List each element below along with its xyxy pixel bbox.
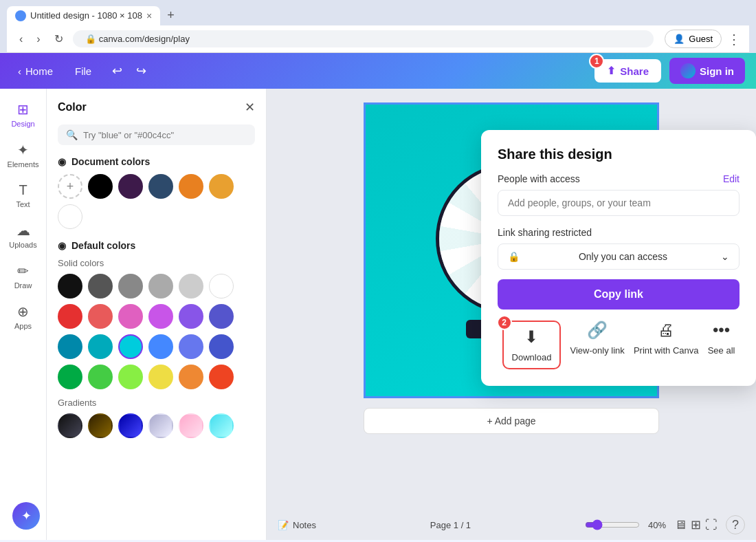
see-all-action[interactable]: ••• See all xyxy=(708,321,735,369)
sidebar-item-text[interactable]: T Text xyxy=(4,177,43,214)
color-swatch[interactable] xyxy=(118,174,143,199)
grid-view-button[interactable]: ⊞ xyxy=(691,517,701,532)
add-page-button[interactable]: + Add page xyxy=(364,408,659,434)
color-panel-title: Color xyxy=(58,101,87,113)
reload-button[interactable]: ↻ xyxy=(50,30,67,48)
sidebar-label-draw: Draw xyxy=(14,281,32,290)
home-button[interactable]: ‹ Home xyxy=(11,61,60,81)
color-swatch[interactable] xyxy=(88,365,113,389)
color-swatch[interactable] xyxy=(118,274,143,299)
share-button[interactable]: ⬆ Share xyxy=(594,59,661,83)
color-swatch[interactable] xyxy=(148,365,173,389)
color-swatch[interactable] xyxy=(209,304,234,329)
color-swatch[interactable] xyxy=(88,304,113,329)
color-swatch[interactable] xyxy=(88,174,113,199)
color-swatch[interactable] xyxy=(58,365,82,389)
browser-nav: ‹ › ↻ 🔒 canva.com/design/play 👤 Guest ⋮ xyxy=(7,25,749,53)
guest-button[interactable]: 👤 Guest xyxy=(665,30,722,48)
sidebar-item-draw[interactable]: ✏ Draw xyxy=(4,257,43,295)
gradient-swatch[interactable] xyxy=(88,413,113,438)
color-swatch-selected[interactable] xyxy=(118,334,143,359)
sidebar-label-design: Design xyxy=(11,120,34,128)
gradient-swatch[interactable] xyxy=(209,413,234,438)
color-search-box[interactable]: 🔍 xyxy=(58,124,255,145)
view-only-link-action[interactable]: 🔗 View-only link xyxy=(570,321,625,369)
tab-close-btn[interactable]: × xyxy=(146,10,152,21)
color-swatch[interactable] xyxy=(88,334,113,359)
desktop-view-button[interactable]: 🖥 xyxy=(674,517,687,532)
link-access-dropdown[interactable]: 🔒 Only you can access ⌄ xyxy=(498,243,740,270)
sidebar-item-apps[interactable]: ⊕ Apps xyxy=(4,298,43,336)
gradient-swatch[interactable] xyxy=(58,413,82,438)
color-swatch[interactable] xyxy=(88,274,113,299)
new-tab-button[interactable]: + xyxy=(164,6,177,25)
notes-icon: 📝 xyxy=(278,520,289,530)
gradients-label: Gradients xyxy=(58,398,255,408)
people-input[interactable] xyxy=(498,190,740,216)
color-swatch[interactable] xyxy=(179,274,203,299)
fullscreen-button[interactable]: ⛶ xyxy=(705,517,718,532)
color-swatch[interactable] xyxy=(118,304,143,329)
color-swatch[interactable] xyxy=(179,365,203,389)
color-swatch[interactable] xyxy=(148,274,173,299)
color-swatch[interactable] xyxy=(118,365,143,389)
color-swatch[interactable] xyxy=(58,304,82,329)
edit-access-link[interactable]: Edit xyxy=(723,173,740,184)
people-access-row: People with access Edit xyxy=(498,173,740,184)
signin-button[interactable]: Sign in xyxy=(669,58,745,84)
color-swatch[interactable] xyxy=(58,334,82,359)
gradients-row xyxy=(58,413,255,438)
color-swatch[interactable] xyxy=(209,274,234,299)
home-chevron-icon: ‹ xyxy=(18,65,21,77)
address-bar[interactable]: 🔒 canva.com/design/play xyxy=(73,30,654,47)
red-colors-row xyxy=(58,304,255,329)
link-icon: 🔗 xyxy=(587,321,608,340)
spark-button[interactable]: ✦ xyxy=(12,502,40,530)
print-icon: 🖨 xyxy=(658,321,674,340)
undo-button[interactable]: ↩ xyxy=(107,61,128,81)
color-search-input[interactable] xyxy=(83,130,247,140)
color-swatch[interactable] xyxy=(148,304,173,329)
view-buttons: 🖥 ⊞ ⛶ xyxy=(674,517,718,532)
signin-label: Sign in xyxy=(700,65,734,77)
forward-button[interactable]: › xyxy=(32,30,44,48)
signin-icon xyxy=(680,63,696,78)
zoom-slider[interactable] xyxy=(585,519,640,530)
color-swatch[interactable] xyxy=(58,204,82,229)
file-button[interactable]: File xyxy=(68,61,98,81)
more-icon: ••• xyxy=(713,321,730,340)
color-swatch[interactable] xyxy=(209,174,234,199)
sidebar-item-elements[interactable]: ✦ Elements xyxy=(4,136,43,174)
page-info: Page 1 / 1 xyxy=(430,520,471,530)
sidebar-item-uploads[interactable]: ☁ Uploads xyxy=(4,217,43,254)
gradient-swatch[interactable] xyxy=(179,413,203,438)
download-action[interactable]: 2 ⬇ Download xyxy=(502,321,562,369)
gradient-swatch[interactable] xyxy=(118,413,143,438)
copy-link-button[interactable]: Copy link xyxy=(498,279,740,310)
color-swatch[interactable] xyxy=(209,365,234,389)
help-button[interactable]: ? xyxy=(726,515,745,534)
share-panel: Share this design People with access Edi… xyxy=(481,130,756,386)
color-swatch[interactable] xyxy=(179,174,203,199)
search-icon: 🔍 xyxy=(66,129,78,140)
color-swatch[interactable] xyxy=(179,304,203,329)
color-swatch[interactable] xyxy=(148,334,173,359)
zoom-percent: 40% xyxy=(648,520,666,530)
color-swatch[interactable] xyxy=(58,274,82,299)
add-color-button[interactable]: + xyxy=(58,174,82,199)
gradient-swatch[interactable] xyxy=(148,413,173,438)
color-swatch[interactable] xyxy=(148,174,173,199)
browser-tab[interactable]: Untitled design - 1080 × 108 × xyxy=(7,6,160,25)
print-action[interactable]: 🖨 Print with Canva xyxy=(634,321,699,369)
color-swatch[interactable] xyxy=(179,334,203,359)
sidebar-item-design[interactable]: ⊞ Design xyxy=(4,96,43,133)
uploads-icon: ☁ xyxy=(16,222,30,239)
close-color-panel-button[interactable]: ✕ xyxy=(245,100,255,115)
browser-menu-button[interactable]: ⋮ xyxy=(727,31,741,47)
color-swatch[interactable] xyxy=(209,334,234,359)
document-colors-icon: ◉ xyxy=(58,156,66,167)
home-label: Home xyxy=(25,65,53,77)
back-button[interactable]: ‹ xyxy=(15,30,27,48)
redo-button[interactable]: ↪ xyxy=(131,61,152,81)
notes-button[interactable]: 📝 Notes xyxy=(278,520,316,530)
